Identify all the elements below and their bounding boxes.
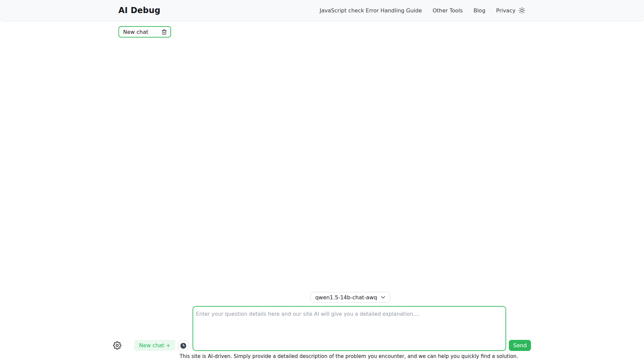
model-selector-row: qwen1.5-14b-chat-awq: [28, 292, 644, 303]
sun-icon: [518, 7, 526, 14]
gear-icon: [113, 341, 121, 350]
chat-history-item-label: New chat: [123, 29, 148, 35]
nav-link-error-handling-guide[interactable]: JavaScript check Error Handling Guide: [320, 7, 422, 14]
main-nav: JavaScript check Error Handling Guide Ot…: [320, 7, 526, 14]
header: AI Debug JavaScript check Error Handling…: [0, 0, 644, 21]
chat-history-list: New chat: [118, 26, 526, 38]
new-chat-button[interactable]: New chat +: [134, 340, 176, 351]
trash-icon: [161, 29, 167, 35]
settings-button[interactable]: [113, 341, 121, 350]
disclaimer-text: This site is AI-driven. Simply provide a…: [27, 353, 644, 359]
chevron-down-icon: [381, 296, 385, 299]
question-input[interactable]: [193, 306, 506, 351]
theme-toggle-button[interactable]: [518, 7, 526, 14]
nav-links: JavaScript check Error Handling Guide Ot…: [320, 7, 516, 14]
brand-title[interactable]: AI Debug: [118, 6, 160, 15]
send-button[interactable]: Send: [509, 340, 531, 351]
delete-chat-button[interactable]: [161, 29, 167, 35]
nav-link-privacy[interactable]: Privacy: [496, 7, 516, 14]
composer-row: New chat + Send: [113, 306, 531, 351]
composer-area: qwen1.5-14b-chat-awq New chat +: [0, 292, 644, 359]
model-selector[interactable]: qwen1.5-14b-chat-awq: [310, 292, 390, 303]
clock-icon: [180, 342, 187, 349]
nav-link-blog[interactable]: Blog: [474, 7, 485, 14]
model-selector-value: qwen1.5-14b-chat-awq: [315, 294, 377, 301]
header-inner: AI Debug JavaScript check Error Handling…: [118, 6, 526, 15]
chat-history-item[interactable]: New chat: [118, 26, 171, 38]
page: { "header": { "brand": "AI Debug", "nav"…: [0, 0, 644, 362]
nav-link-other-tools[interactable]: Other Tools: [433, 7, 463, 14]
history-button[interactable]: [178, 340, 189, 351]
